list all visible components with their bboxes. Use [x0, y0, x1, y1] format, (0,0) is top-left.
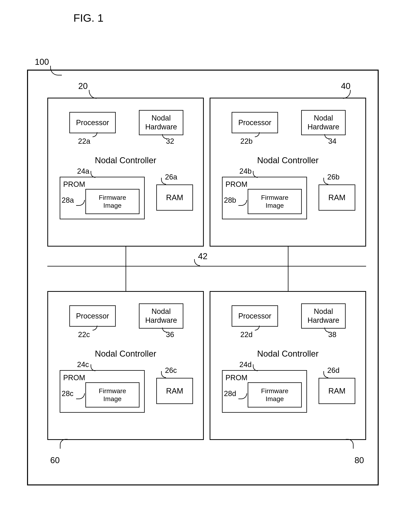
hardware-label: Nodal Hardware: [145, 307, 177, 325]
leader-40: [343, 90, 351, 99]
leader-60: [60, 439, 68, 449]
prom-label: PROM: [63, 374, 85, 382]
ref-38: 38: [328, 331, 336, 339]
bus-v-80: [288, 266, 288, 291]
controller-title: Nodal Controller: [48, 155, 203, 165]
ram-box: RAM: [319, 378, 355, 404]
ref-24a: 24a: [77, 167, 89, 175]
leader-36: [162, 328, 167, 332]
ram-box: RAM: [156, 185, 193, 211]
firmware-label: Firmware Image: [261, 387, 288, 403]
ram-box: RAM: [156, 378, 193, 404]
processor-box: Processor: [232, 112, 278, 133]
hardware-box: Nodal Hardware: [301, 303, 346, 329]
controller-title: Nodal Controller: [210, 349, 365, 359]
firmware-box: Firmware Image: [248, 382, 302, 408]
ref-26a: 26a: [165, 173, 177, 181]
ref-28a: 28a: [62, 196, 74, 204]
ram-label: RAM: [166, 386, 183, 395]
ref-24d: 24d: [239, 361, 252, 369]
firmware-box: Firmware Image: [248, 189, 302, 214]
ref-24c: 24c: [77, 361, 89, 369]
hardware-label: Nodal Hardware: [145, 114, 177, 131]
hardware-label: Nodal Hardware: [308, 114, 339, 131]
firmware-box: Firmware Image: [85, 382, 140, 408]
leader-34: [324, 134, 329, 139]
ref-100: 100: [35, 57, 49, 67]
ref-32: 32: [166, 137, 174, 146]
processor-box: Processor: [69, 305, 116, 327]
node-60: Processor 22c Nodal Hardware 36 Nodal Co…: [47, 291, 204, 440]
node-40: Processor 22b Nodal Hardware 34 Nodal Co…: [210, 98, 366, 247]
firmware-label: Firmware Image: [99, 193, 126, 209]
ref-28c: 28c: [62, 389, 73, 398]
processor-label: Processor: [238, 119, 271, 127]
ref-26b: 26b: [327, 173, 339, 181]
controller-title: Nodal Controller: [48, 349, 203, 359]
figure-title: FIG. 1: [73, 12, 104, 24]
bus-v-40: [288, 247, 288, 266]
controller-title: Nodal Controller: [210, 155, 365, 165]
ref-22b: 22b: [240, 137, 253, 146]
leader-26a: [161, 178, 166, 185]
firmware-label: Firmware Image: [99, 387, 126, 403]
ref-34: 34: [328, 137, 336, 146]
leader-42: [194, 259, 200, 266]
ref-80: 80: [354, 455, 364, 465]
hardware-box: Nodal Hardware: [139, 110, 183, 135]
ref-20: 20: [78, 81, 88, 91]
ref-28d: 28d: [224, 389, 236, 398]
ref-22c: 22c: [78, 331, 90, 339]
prom-label: PROM: [225, 180, 248, 189]
ref-22a: 22a: [78, 137, 90, 146]
ram-box: RAM: [319, 185, 355, 211]
ram-label: RAM: [166, 193, 183, 202]
system-box: 20 Processor 22a Nodal Hardware 32 Nodal…: [27, 70, 379, 486]
leader-32: [162, 134, 167, 139]
processor-box: Processor: [69, 112, 116, 133]
processor-box: Processor: [232, 305, 278, 327]
ram-label: RAM: [328, 386, 346, 395]
processor-label: Processor: [238, 312, 271, 320]
ref-24b: 24b: [239, 167, 252, 175]
processor-label: Processor: [76, 312, 109, 320]
leader-26d: [323, 371, 328, 378]
leader-26c: [161, 371, 166, 378]
leader-22a: [92, 132, 97, 137]
leader-22c: [92, 326, 97, 331]
hardware-label: Nodal Hardware: [308, 307, 339, 325]
processor-label: Processor: [76, 119, 109, 127]
prom-label: PROM: [225, 374, 248, 382]
hardware-box: Nodal Hardware: [301, 110, 346, 135]
node-20: Processor 22a Nodal Hardware 32 Nodal Co…: [47, 98, 204, 247]
bus-v-20: [126, 247, 126, 266]
node-80: Processor 22d Nodal Hardware 38 Nodal Co…: [210, 291, 366, 440]
firmware-label: Firmware Image: [261, 193, 288, 209]
hardware-box: Nodal Hardware: [139, 303, 183, 329]
ram-label: RAM: [328, 193, 346, 202]
ref-60: 60: [50, 455, 60, 465]
ref-40: 40: [341, 81, 351, 91]
ref-26d: 26d: [327, 366, 339, 375]
ref-26c: 26c: [165, 366, 177, 375]
ref-36: 36: [166, 331, 174, 339]
bus-v-60: [126, 266, 126, 291]
prom-label: PROM: [63, 180, 85, 189]
leader-22b: [255, 132, 260, 137]
leader-38: [324, 328, 329, 332]
bus-main: [47, 266, 366, 267]
leader-80: [346, 439, 353, 449]
leader-26b: [323, 178, 328, 185]
leader-22d: [255, 326, 260, 331]
ref-28b: 28b: [224, 196, 236, 204]
firmware-box: Firmware Image: [85, 189, 140, 214]
leader-20: [89, 90, 97, 99]
ref-22d: 22d: [240, 331, 253, 339]
